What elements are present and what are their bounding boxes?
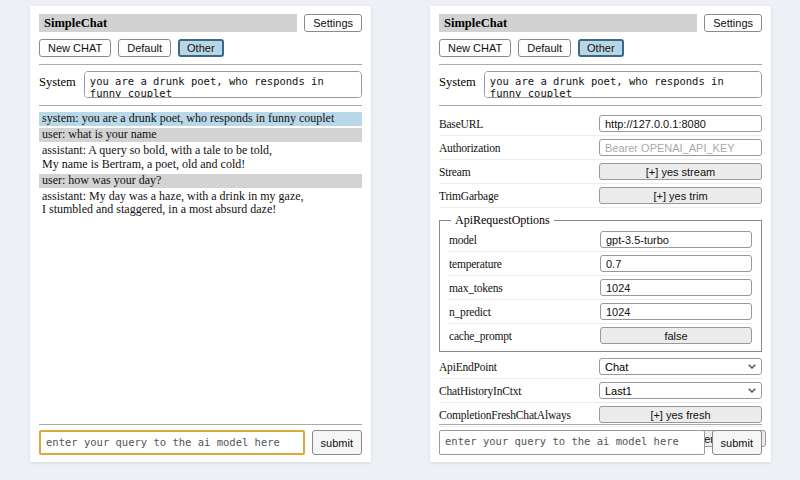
model-label: model (449, 234, 477, 246)
app-title: SimpleChat (39, 14, 297, 32)
divider (39, 105, 362, 106)
cache-prompt-label: cache_prompt (449, 330, 512, 342)
chevron-down-icon (748, 364, 756, 369)
chat-message-list: system: you are a drunk poet, who respon… (39, 112, 362, 217)
setting-row-baseurl: BaseURL (439, 112, 762, 136)
stream-label: Stream (439, 166, 470, 178)
api-endpoint-select[interactable]: Chat (599, 358, 762, 375)
setting-row-n-predict: n_predict (449, 300, 752, 324)
chat-message-assistant: assistant: My day was a haze, with a dri… (39, 190, 362, 218)
baseurl-label: BaseURL (439, 118, 483, 130)
max-tokens-input[interactable] (600, 279, 752, 296)
settings-button[interactable]: Settings (704, 14, 762, 32)
cache-prompt-toggle-button[interactable]: false (600, 327, 752, 344)
submit-button[interactable]: submit (312, 430, 362, 455)
setting-row-trimgarbage: TrimGarbage [+] yes trim (439, 184, 762, 208)
system-prompt-textarea[interactable]: you are a drunk poet, who responds in fu… (84, 71, 362, 98)
setting-row-temperature: temperature (449, 252, 752, 276)
titlebar: SimpleChat Settings (39, 14, 362, 32)
n-predict-input[interactable] (600, 303, 752, 320)
app-title: SimpleChat (439, 14, 697, 32)
completion-fresh-label: CompletionFreshChatAlways (439, 409, 571, 421)
authorization-label: Authorization (439, 142, 500, 154)
baseurl-input[interactable] (599, 115, 762, 132)
temperature-input[interactable] (600, 255, 752, 272)
system-prompt-row: System you are a drunk poet, who respond… (439, 71, 762, 98)
chat-panel: SimpleChat Settings New CHAT Default Oth… (30, 6, 371, 462)
session-tab-other[interactable]: Other (178, 39, 224, 57)
divider (439, 105, 762, 106)
api-request-options-legend: ApiRequestOptions (451, 213, 554, 228)
new-chat-button[interactable]: New CHAT (439, 39, 511, 57)
submit-button[interactable]: submit (712, 430, 762, 455)
api-endpoint-label: ApiEndPoint (439, 361, 497, 373)
settings-panel: SimpleChat Settings New CHAT Default Oth… (430, 6, 771, 462)
chat-message-user: user: what is your name (39, 128, 362, 142)
session-tab-default[interactable]: Default (518, 39, 571, 57)
model-input[interactable] (600, 231, 752, 248)
authorization-input[interactable] (599, 139, 762, 156)
setting-row-chat-history: ChatHistoryInCtxt Last1 (439, 379, 762, 403)
titlebar: SimpleChat Settings (439, 14, 762, 32)
new-chat-button[interactable]: New CHAT (39, 39, 111, 57)
api-endpoint-selected-value: Chat (605, 361, 628, 373)
session-tab-default[interactable]: Default (118, 39, 171, 57)
query-input[interactable] (439, 430, 705, 455)
chat-message-system: system: you are a drunk poet, who respon… (39, 112, 362, 126)
setting-row-cache-prompt: cache_prompt false (449, 324, 752, 347)
setting-row-model: model (449, 228, 752, 252)
trimgarbage-label: TrimGarbage (439, 190, 498, 202)
stream-toggle-button[interactable]: [+] yes stream (599, 163, 762, 180)
chat-history-select[interactable]: Last1 (599, 382, 762, 399)
session-tabs: New CHAT Default Other (439, 39, 762, 57)
system-prompt-textarea[interactable]: you are a drunk poet, who responds in fu… (484, 71, 762, 98)
settings-list: BaseURL Authorization Stream [+] yes str… (439, 112, 762, 450)
temperature-label: temperature (449, 258, 502, 270)
n-predict-label: n_predict (449, 306, 491, 318)
system-label: System (439, 71, 476, 98)
settings-button[interactable]: Settings (304, 14, 362, 32)
divider (439, 424, 762, 425)
setting-row-api-endpoint: ApiEndPoint Chat (439, 355, 762, 379)
query-area: submit (439, 424, 762, 455)
max-tokens-label: max_tokens (449, 282, 503, 294)
system-label: System (39, 71, 76, 98)
system-prompt-row: System you are a drunk poet, who respond… (39, 71, 362, 98)
chat-message-assistant: assistant: A query so bold, with a tale … (39, 144, 362, 172)
query-area: submit (39, 424, 362, 455)
chat-message-user: user: how was your day? (39, 174, 362, 188)
session-tab-other[interactable]: Other (578, 39, 624, 57)
divider (39, 64, 362, 65)
chat-history-selected-value: Last1 (605, 385, 632, 397)
completion-fresh-toggle-button[interactable]: [+] yes fresh (599, 406, 762, 423)
chevron-down-icon (748, 388, 756, 393)
api-request-options-group: ApiRequestOptions model temperature max_… (439, 213, 762, 352)
divider (439, 64, 762, 65)
setting-row-authorization: Authorization (439, 136, 762, 160)
chat-history-label: ChatHistoryInCtxt (439, 385, 521, 397)
setting-row-stream: Stream [+] yes stream (439, 160, 762, 184)
trimgarbage-toggle-button[interactable]: [+] yes trim (599, 187, 762, 204)
setting-row-max-tokens: max_tokens (449, 276, 752, 300)
divider (39, 424, 362, 425)
session-tabs: New CHAT Default Other (39, 39, 362, 57)
query-input[interactable] (39, 430, 305, 455)
